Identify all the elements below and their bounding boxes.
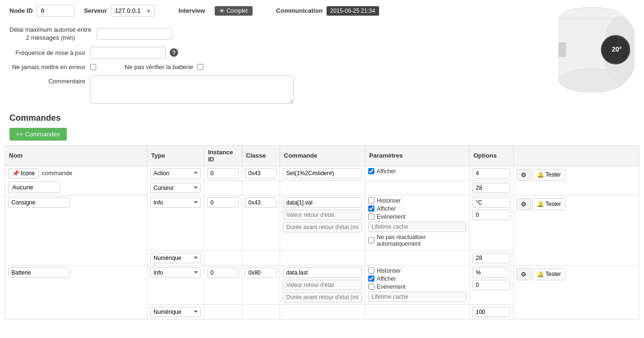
type-info-select-3[interactable]: Info (150, 267, 201, 278)
help-icon[interactable]: ? (170, 48, 178, 57)
afficher-label-3: Afficher (377, 276, 396, 282)
commande-retour-3[interactable] (283, 280, 362, 290)
type-curseur-select[interactable]: Curseur (150, 183, 201, 193)
classe-input-3[interactable] (245, 267, 277, 278)
col-actions (514, 145, 639, 166)
classe-input-2[interactable] (245, 197, 277, 208)
icone-button[interactable]: 📌 Icone (8, 168, 39, 178)
historiser-checkbox-2[interactable] (368, 197, 374, 204)
ne-pas-checkbox-2[interactable] (368, 237, 374, 243)
delai-input[interactable] (96, 28, 172, 40)
frequence-input[interactable] (90, 47, 166, 59)
communication-label: Communication (276, 7, 323, 14)
bell-icon-2: 🔔 (537, 201, 544, 207)
svg-text:20°: 20° (612, 45, 622, 53)
ne-pas-label-2: Ne pas réactualiser automatiquement (377, 234, 466, 247)
instance-id-input-1[interactable] (207, 168, 239, 178)
add-commandes-button[interactable]: + + Commandes (9, 128, 67, 141)
option-3-3[interactable] (472, 307, 510, 317)
type-action-select[interactable]: Action (150, 168, 201, 178)
bell-icon-3: 🔔 (537, 271, 544, 277)
batterie-nom-input[interactable] (8, 267, 70, 278)
col-params: Paramètres (365, 145, 470, 166)
evenement-label-3: Evénement (377, 284, 406, 290)
gear-button-1[interactable]: ⚙ (517, 169, 531, 181)
col-type: Type (147, 145, 204, 166)
evenement-label-2: Evénement (377, 213, 406, 220)
option-2-1[interactable] (472, 197, 510, 208)
node-id-input[interactable] (36, 5, 74, 17)
evenement-checkbox-3[interactable] (368, 284, 374, 290)
interview-label: Interview (179, 7, 205, 14)
type-info-select-2[interactable]: Info (150, 197, 201, 208)
commandes-table: Nom Type Instance ID Classe Commande Par… (5, 145, 639, 320)
instance-id-input-2[interactable] (207, 197, 239, 208)
tester-button-3[interactable]: 🔔 Tester (533, 268, 565, 280)
commentaire-label: Commentaire (9, 75, 85, 85)
historiser-checkbox-3[interactable] (368, 267, 374, 274)
option-1-2[interactable] (472, 183, 510, 193)
option-1-1[interactable] (472, 168, 510, 178)
type-numerique-select-2[interactable]: Numérique (150, 253, 201, 263)
lifetime-input-2[interactable] (368, 222, 466, 232)
afficher-checkbox-3[interactable] (368, 276, 374, 282)
tester-button-1[interactable]: 🔔 Tester (533, 169, 565, 181)
svg-rect-6 (559, 43, 566, 57)
classe-input-1[interactable] (245, 168, 277, 178)
col-classe: Classe (242, 145, 280, 166)
nom-subtype: commande (42, 169, 72, 177)
commande-input-3[interactable] (283, 267, 362, 278)
commande-duree-2[interactable] (283, 222, 362, 232)
nom-aucune-select[interactable]: Aucune (8, 181, 60, 193)
table-row: Info Historiser (5, 265, 639, 304)
afficher-checkbox-2[interactable] (368, 205, 374, 212)
never-error-checkbox[interactable] (90, 64, 96, 70)
option-3-1[interactable] (472, 267, 510, 278)
bell-icon-1: 🔔 (537, 171, 544, 178)
commandes-title: Commandes (0, 108, 644, 128)
pin-icon: 📌 (12, 170, 19, 177)
no-battery-checkbox[interactable] (197, 64, 203, 70)
evenement-checkbox-2[interactable] (368, 213, 374, 220)
frequence-label: Fréquence de mise à jour (9, 49, 85, 56)
commande-retour-2[interactable] (283, 210, 362, 220)
node-id-label: Node ID (9, 7, 33, 14)
afficher-label-2: Afficher (377, 205, 396, 212)
plus-icon: + (16, 131, 20, 138)
afficher-label-1: Afficher (377, 168, 396, 175)
no-battery-label: Ne pas vérifier la batterie (125, 63, 193, 71)
afficher-checkbox-1[interactable] (368, 168, 374, 174)
option-3-2[interactable] (472, 280, 510, 290)
historiser-label-3: Historiser (377, 267, 401, 274)
tester-button-2[interactable]: 🔔 Tester (533, 198, 565, 210)
commentaire-input[interactable] (90, 75, 294, 104)
gear-button-3[interactable]: ⚙ (517, 268, 531, 280)
option-2-3[interactable] (472, 253, 510, 263)
device-image: 20° (549, 0, 635, 95)
instance-id-input-3[interactable] (207, 267, 239, 278)
option-2-2[interactable] (472, 210, 510, 220)
gear-button-2[interactable]: ⚙ (517, 198, 531, 210)
lifetime-input-3[interactable] (368, 292, 466, 302)
commande-input-2[interactable] (283, 197, 362, 208)
interview-badge: 👁 Complet (215, 6, 253, 16)
commande-input-1[interactable] (283, 168, 362, 178)
commande-duree-3[interactable] (283, 292, 362, 302)
table-row: 📌 Icone commande Aucune (5, 166, 639, 180)
historiser-label-2: Historiser (377, 197, 401, 204)
col-nom: Nom (5, 145, 147, 166)
delai-label: Délai maximum autorisé entre 2 messages … (9, 26, 91, 42)
consigne-nom-input[interactable] (8, 197, 70, 208)
col-commande: Commande (280, 145, 365, 166)
table-row: Info Historiser (5, 195, 639, 250)
never-error-label: Ne jamais mettre en erreur (9, 63, 85, 71)
type-numerique-select-3[interactable]: Numérique (150, 307, 201, 317)
communication-timestamp: 2015-06-25 21:34 (327, 6, 379, 16)
serveur-label: Serveur (84, 7, 107, 14)
col-instance: Instance ID (204, 145, 242, 166)
serveur-select[interactable]: 127.0.0.1 (111, 5, 155, 17)
col-options: Options (470, 145, 514, 166)
